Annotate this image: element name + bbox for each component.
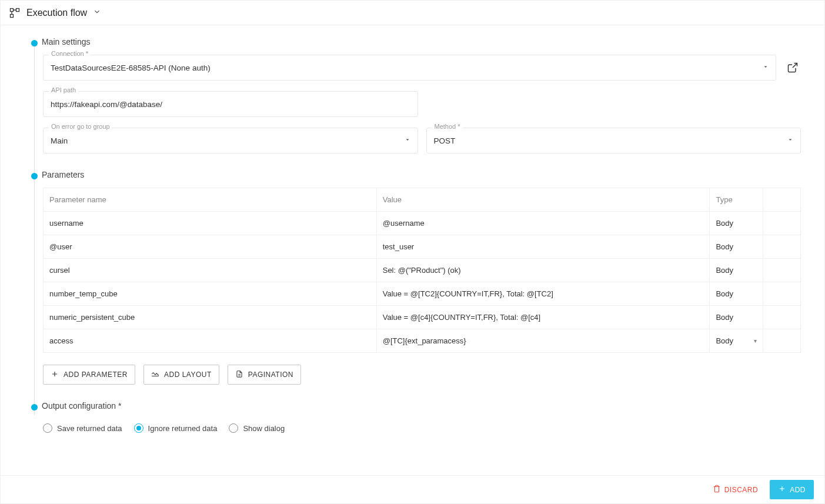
section-title-output: Output configuration * <box>42 401 801 410</box>
param-name: numeric_persistent_cube <box>44 306 377 329</box>
param-actions <box>763 259 800 282</box>
radio-label: Ignore returned data <box>148 424 218 433</box>
radio-save[interactable]: Save returned data <box>43 423 122 433</box>
on-error-label: On error go to group <box>49 124 112 130</box>
table-row[interactable]: curselSel: @("PRoduct") (ok)Body <box>44 259 801 282</box>
parameters-table: Parameter name Value Type username@usern… <box>43 188 801 353</box>
param-actions <box>763 306 800 329</box>
execution-flow-icon <box>9 7 21 19</box>
add-button[interactable]: ADD <box>770 480 814 499</box>
col-header-type: Type <box>710 188 763 212</box>
radio-icon <box>229 423 238 433</box>
param-value: Sel: @("PRoduct") (ok) <box>376 259 710 282</box>
section-title-main-settings: Main settings <box>42 37 801 46</box>
param-type[interactable]: Body▾ <box>710 329 763 353</box>
radio-dialog[interactable]: Show dialog <box>229 423 285 433</box>
on-error-value: Main <box>51 136 68 145</box>
pagination-label: PAGINATION <box>248 371 293 379</box>
trash-icon <box>713 485 721 495</box>
timeline-dot <box>31 404 38 410</box>
connection-label: Connection * <box>49 51 91 57</box>
param-name: username <box>44 212 377 235</box>
section-parameters: Parameters Parameter name Value Type use… <box>42 170 801 385</box>
open-external-icon[interactable] <box>784 59 801 76</box>
param-type: Body <box>710 259 763 282</box>
chevron-down-icon <box>404 136 411 145</box>
svg-rect-2 <box>11 14 14 17</box>
page-header: Execution flow <box>1 1 824 25</box>
col-header-name: Parameter name <box>44 188 377 212</box>
param-type: Body <box>710 282 763 306</box>
radio-ignore[interactable]: Ignore returned data <box>134 423 218 433</box>
timeline-dot <box>31 173 38 179</box>
param-value: Value = @[c4]{COUNTRY=IT,FR}, Total: @[c… <box>376 306 710 329</box>
param-value: Value = @[TC2]{COUNTRY=IT,FR}, Total: @[… <box>376 282 710 306</box>
plus-icon <box>51 370 59 380</box>
discard-label: DISCARD <box>724 486 759 494</box>
table-row[interactable]: numeric_persistent_cubeValue = @[c4]{COU… <box>44 306 801 329</box>
timeline-dot <box>31 40 38 46</box>
param-value: test_user <box>376 235 710 259</box>
connection-value: TestDataSourcesE2E-68585-API (None auth) <box>51 64 211 72</box>
section-output: Output configuration * Save returned dat… <box>42 401 801 433</box>
param-name: @user <box>44 235 377 259</box>
table-row[interactable]: access@[TC]{ext_paramacess}Body▾ <box>44 329 801 353</box>
pagination-button[interactable]: PAGINATION <box>228 365 301 385</box>
layout-icon <box>151 370 159 380</box>
dialog-footer: DISCARD ADD <box>1 475 824 503</box>
add-label: ADD <box>790 486 806 494</box>
param-actions <box>763 212 800 235</box>
add-parameter-button[interactable]: ADD PARAMETER <box>43 365 135 385</box>
radio-icon <box>43 423 52 433</box>
table-row[interactable]: username@usernameBody <box>44 212 801 235</box>
radio-label: Show dialog <box>243 424 285 433</box>
table-row[interactable]: @usertest_userBody <box>44 235 801 259</box>
col-header-value: Value <box>376 188 710 212</box>
add-parameter-label: ADD PARAMETER <box>64 371 128 379</box>
add-layout-button[interactable]: ADD LAYOUT <box>143 365 219 385</box>
chevron-down-icon <box>762 64 769 72</box>
method-label: Method * <box>432 124 463 130</box>
chevron-down-icon[interactable] <box>93 8 101 18</box>
svg-rect-0 <box>11 8 14 11</box>
api-path-value: https://fakeapi.com/@database/ <box>51 100 162 109</box>
method-select[interactable]: POST <box>426 128 801 153</box>
param-name: number_temp_cube <box>44 282 377 306</box>
radio-icon <box>134 423 143 433</box>
section-main-settings: Main settings Connection * TestDataSourc… <box>42 37 801 153</box>
discard-button[interactable]: DISCARD <box>709 484 762 495</box>
param-value: @[TC]{ext_paramacess} <box>376 329 710 353</box>
param-type: Body <box>710 306 763 329</box>
page-title: Execution flow <box>26 8 87 18</box>
col-header-actions <box>763 188 800 212</box>
svg-rect-1 <box>16 8 19 11</box>
table-row[interactable]: number_temp_cubeValue = @[TC2]{COUNTRY=I… <box>44 282 801 306</box>
param-actions <box>763 235 800 259</box>
param-type: Body <box>710 235 763 259</box>
add-layout-label: ADD LAYOUT <box>164 371 212 379</box>
param-actions <box>763 329 800 353</box>
on-error-select[interactable]: Main <box>43 128 418 153</box>
connection-select[interactable]: TestDataSourcesE2E-68585-API (None auth) <box>43 55 776 81</box>
param-value: @username <box>376 212 710 235</box>
param-actions <box>763 282 800 306</box>
radio-label: Save returned data <box>57 424 122 433</box>
param-type: Body <box>710 212 763 235</box>
document-icon <box>235 370 243 380</box>
method-value: POST <box>434 136 456 145</box>
api-path-input[interactable]: https://fakeapi.com/@database/ <box>43 91 418 117</box>
section-title-parameters: Parameters <box>42 170 801 179</box>
chevron-down-icon <box>787 136 794 145</box>
param-name: cursel <box>44 259 377 282</box>
param-name: access <box>44 329 377 353</box>
plus-icon <box>778 485 786 495</box>
api-path-label: API path <box>49 87 78 94</box>
chevron-down-icon: ▾ <box>754 338 757 344</box>
